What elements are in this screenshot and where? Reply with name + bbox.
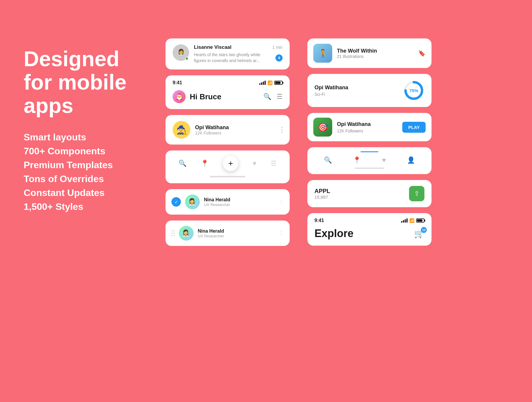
- contact-info: Nina Herald UX Researcher: [204, 197, 274, 207]
- wifi-icon: 📶: [409, 218, 414, 223]
- bookmark-icon[interactable]: 🔖: [418, 50, 426, 57]
- explore-status-bar: 9:41 📶: [314, 218, 424, 223]
- feature-overrides: Tons of Overrides: [24, 174, 148, 184]
- cart-badge: 10: [421, 227, 427, 233]
- s2: [403, 220, 404, 223]
- explore-status-icons: 📶: [401, 218, 424, 223]
- hero-title: Designed for mobile apps: [24, 47, 148, 118]
- message-preview: Hearts of the stars two ghostly white fi…: [194, 52, 273, 64]
- nav-heart-icon[interactable]: ♥: [382, 156, 386, 164]
- progress-info: Opi Watihana Sci-Fi: [314, 85, 348, 97]
- contact-name: Nina Herald: [198, 228, 274, 234]
- game-info: Opi Watihana 12K Followers: [337, 121, 398, 133]
- status-bar: 9:41 📶: [173, 80, 283, 85]
- feature-smart-layouts: Smart layouts: [24, 132, 148, 143]
- explore-title: Explore: [314, 227, 353, 240]
- message-header: Lisanne Viscaal 1 min: [194, 44, 283, 50]
- feature-styles: 1,500+ Styles: [24, 201, 148, 212]
- greeting-row: 🎅 Hi Bruce 🔍 ☰: [173, 90, 283, 103]
- stock-card: APPL 15,887 ⇧: [307, 180, 432, 207]
- profile-avatar: 🧙: [173, 121, 190, 139]
- nav-location-icon[interactable]: 📍: [353, 156, 361, 164]
- feature-templates: Premium Templates: [24, 160, 148, 171]
- progress-circle: 75%: [403, 80, 424, 101]
- message-card[interactable]: 👩‍💼 Lisanne Viscaal 1 min Hearts of the …: [166, 38, 290, 69]
- wifi-icon: 📶: [267, 80, 273, 85]
- cart-icon-wrap[interactable]: 🛒 10: [414, 229, 424, 239]
- battery-fill: [417, 219, 422, 222]
- wolf-app-name: The Wolf Within: [337, 48, 413, 54]
- explore-time: 9:41: [314, 218, 324, 223]
- drag-contact-card[interactable]: 👩‍🔬 Nina Herald UX Researcher ⋮: [166, 221, 290, 246]
- home-indicator: [355, 168, 384, 169]
- battery-icon: [416, 218, 424, 223]
- stock-ticker: APPL: [314, 188, 330, 194]
- profile-card[interactable]: 🧙 Opi Watihana 12K Followers: [166, 115, 290, 145]
- signal-bar-1: [259, 83, 260, 85]
- profile-info: Opi Watihana 12K Followers: [195, 124, 277, 135]
- s3: [405, 219, 406, 223]
- phone-header-card: 9:41 📶 🎅 Hi Bruce: [166, 75, 290, 109]
- greeting-avatar: 🎅: [173, 90, 186, 103]
- search-icon[interactable]: 🔍: [263, 93, 271, 100]
- progress-percent-label: 75%: [409, 88, 418, 93]
- contact-check-card[interactable]: ✓ 👩‍🔬 Nina Herald UX Researcher ⋮: [166, 189, 290, 215]
- progress-name: Opi Watihana: [314, 85, 348, 91]
- message-preview-row: Hearts of the stars two ghostly white fi…: [194, 52, 283, 64]
- stock-info: APPL 15,887: [314, 188, 330, 200]
- more-options-icon[interactable]: ⋮: [278, 199, 284, 205]
- contact-avatar: 👩‍🔬: [179, 226, 194, 241]
- tab-menu-icon[interactable]: ☰: [271, 160, 277, 167]
- stock-price: 15,887: [314, 194, 330, 200]
- progress-card: Opi Watihana Sci-Fi 75%: [307, 74, 432, 107]
- signal-bar-2: [261, 82, 262, 85]
- status-icons: 📶: [259, 80, 283, 85]
- signal-bar-3: [263, 82, 264, 85]
- game-card[interactable]: 🎯 Opi Watihana 12K Followers PLAY: [307, 113, 432, 141]
- menu-icon[interactable]: ☰: [277, 93, 283, 100]
- game-followers: 12K Followers: [337, 129, 398, 133]
- left-section: Designed for mobile apps Smart layouts 7…: [24, 35, 148, 212]
- explore-title-row: Explore 🛒 10: [314, 227, 424, 240]
- signal-icon: [259, 81, 266, 85]
- drag-handle-icon: [171, 230, 175, 236]
- play-button[interactable]: PLAY: [402, 122, 426, 133]
- s4: [406, 218, 408, 223]
- wolf-app-subtitle: 21 Illustrations: [337, 54, 413, 59]
- nav-active-indicator: [361, 151, 378, 152]
- avatar-wrap: 👩‍💼: [173, 44, 189, 61]
- tab-row: 🔍 📍 + ♥ ☰: [166, 153, 290, 174]
- feature-components: 700+ Components: [24, 146, 148, 157]
- wolf-app-card[interactable]: 🧍 The Wolf Within 21 Illustrations 🔖: [307, 38, 432, 68]
- game-name: Opi Watihana: [337, 121, 398, 127]
- online-indicator: [185, 57, 189, 60]
- contact-name: Nina Herald: [204, 197, 274, 202]
- greeting-left: 🎅 Hi Bruce: [173, 90, 221, 103]
- message-time: 1 min: [273, 45, 283, 50]
- signal-bar-4: [265, 81, 266, 85]
- profile-followers: 12K Followers: [195, 131, 277, 135]
- game-app-icon: 🎯: [313, 118, 332, 137]
- nav-search-icon[interactable]: 🔍: [324, 156, 332, 164]
- signal-icon: [401, 218, 408, 223]
- wolf-app-icon: 🧍: [313, 44, 332, 63]
- nav-profile-icon[interactable]: 👤: [407, 156, 415, 164]
- tab-search-icon[interactable]: 🔍: [179, 160, 186, 167]
- home-indicator: [210, 176, 245, 177]
- unread-badge: 4: [275, 54, 283, 61]
- nav-card: 🔍 📍 ♥ 👤: [307, 147, 432, 174]
- profile-name: Opi Watihana: [195, 124, 277, 131]
- tab-heart-icon[interactable]: ♥: [253, 160, 257, 167]
- tab-location-icon[interactable]: 📍: [201, 160, 209, 167]
- sender-name: Lisanne Viscaal: [194, 44, 231, 50]
- s1: [401, 221, 402, 223]
- right-section: 🧍 The Wolf Within 21 Illustrations 🔖 Opi…: [307, 35, 432, 246]
- stock-up-button[interactable]: ⇧: [409, 186, 424, 201]
- tab-add-button[interactable]: +: [223, 156, 238, 171]
- more-options-icon[interactable]: [281, 127, 283, 133]
- battery-icon: [274, 81, 283, 85]
- wolf-app-info: The Wolf Within 21 Illustrations: [337, 48, 413, 59]
- more-options-icon[interactable]: ⋮: [278, 230, 284, 236]
- contact-avatar: 👩‍🔬: [185, 194, 200, 209]
- progress-genre: Sci-Fi: [314, 92, 348, 97]
